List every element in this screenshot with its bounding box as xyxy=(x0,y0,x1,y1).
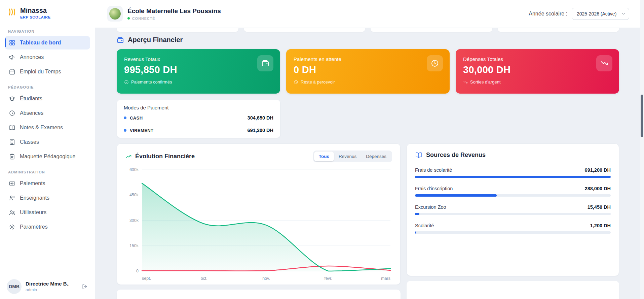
right-column: Sources de Revenus Frais de scolarité 69… xyxy=(407,143,619,299)
chart-header: Évolution Financière Tous Revenus Dépens… xyxy=(125,151,392,162)
top-header: École Maternelle Les Poussins CONNECTÉ A… xyxy=(95,0,644,28)
revenue-source-value: 15,450 DH xyxy=(588,204,611,210)
progress-fill xyxy=(415,194,497,197)
clock-icon xyxy=(9,110,15,117)
sidebar-item-annonces[interactable]: Annonces xyxy=(5,51,90,64)
dashboard-content: Aperçu Financier Revenus Totaux 995,850 … xyxy=(95,28,644,299)
tab-tous[interactable]: Tous xyxy=(314,152,334,161)
svg-text:300k: 300k xyxy=(129,218,139,223)
stat-label: Revenus Totaux xyxy=(124,56,273,62)
logout-icon[interactable] xyxy=(81,283,88,290)
calendar-icon xyxy=(9,68,15,75)
status-dot-icon xyxy=(127,17,130,20)
payment-mode-value: 691,200 DH xyxy=(248,128,273,133)
school-year-control: Année scolaire : 2025-2026 (Active) xyxy=(529,8,629,20)
svg-text:mars: mars xyxy=(381,276,390,281)
progress-track xyxy=(415,176,611,178)
main-area: École Maternelle Les Poussins CONNECTÉ A… xyxy=(95,0,644,299)
brand-name: Minassa xyxy=(20,7,51,14)
school-year-select-wrap: 2025-2026 (Active) xyxy=(572,8,629,20)
sidebar-item-parametres[interactable]: Paramètres xyxy=(5,220,90,234)
partial-card xyxy=(371,28,492,32)
nav-item-label: Paramètres xyxy=(20,224,48,230)
stat-note-text: Paiements confirmés xyxy=(131,79,172,85)
book-open-icon xyxy=(415,151,422,159)
sidebar-item-absences[interactable]: Absences xyxy=(5,106,90,120)
revenue-source-item: Scolarité 1,200 DH xyxy=(415,223,611,234)
connection-status: CONNECTÉ xyxy=(127,16,221,21)
columns-row: Évolution Financière Tous Revenus Dépens… xyxy=(117,143,619,299)
nav-item-label: Enseignants xyxy=(20,195,49,201)
trending-up-icon xyxy=(125,153,132,160)
sidebar-item-tableau-de-bord[interactable]: Tableau de bord xyxy=(5,36,90,49)
nav-section-administration: ADMINISTRATION xyxy=(8,170,87,174)
svg-text:nov.: nov. xyxy=(262,276,270,281)
payment-modes-title: Modes de Paiement xyxy=(124,105,273,110)
financial-evolution-chart: 600k450k300k150k0sept.oct.nov.févr.mars xyxy=(125,164,393,284)
stat-note: Sorties d'argent xyxy=(463,79,612,85)
brand: Minassa ERP SCOLAIRE xyxy=(0,0,95,23)
school-year-select[interactable]: 2025-2026 (Active) xyxy=(572,8,629,20)
revenue-sources-title: Sources de Revenus xyxy=(426,152,486,159)
sidebar-nav: NAVIGATION Tableau de bord Annonces Empl… xyxy=(0,23,95,274)
bullet-icon xyxy=(124,129,126,132)
status-text: CONNECTÉ xyxy=(132,16,155,21)
revenue-source-item: Excursion Zoo 15,450 DH xyxy=(415,204,611,215)
tab-revenus[interactable]: Revenus xyxy=(334,152,361,161)
sidebar-item-emploi-du-temps[interactable]: Emploi du Temps xyxy=(5,65,90,78)
sidebar-item-classes[interactable]: Classes xyxy=(5,135,90,149)
teacher-icon xyxy=(9,195,15,201)
stat-value: 0 DH xyxy=(294,64,442,75)
revenue-source-row: Frais d'inscription 288,000 DH xyxy=(415,186,611,191)
school-logo-box xyxy=(107,6,123,22)
sidebar-item-notes-examens[interactable]: Notes & Examens xyxy=(5,121,90,134)
payment-mode-row: CASH 304,650 DH xyxy=(124,112,273,124)
scrollbar-thumb[interactable] xyxy=(641,95,643,137)
trending-down-icon xyxy=(463,80,468,85)
revenue-source-row: Frais de scolarité 691,200 DH xyxy=(415,167,611,173)
sidebar-item-paiements[interactable]: Paiements xyxy=(5,177,90,190)
sidebar-item-maquette-pedagogique[interactable]: Maquette Pédagogique xyxy=(5,150,90,163)
sidebar-item-utilisateurs[interactable]: Utilisateurs xyxy=(5,206,90,219)
sidebar: Minassa ERP SCOLAIRE NAVIGATION Tableau … xyxy=(0,0,95,299)
financial-evolution-card: Évolution Financière Tous Revenus Dépens… xyxy=(117,143,401,285)
school-year-label: Année scolaire : xyxy=(529,11,567,17)
stat-cards-row: Revenus Totaux 995,850 DH Paiements conf… xyxy=(117,49,619,94)
payment-mode-value: 304,650 DH xyxy=(248,115,273,121)
svg-text:févr.: févr. xyxy=(324,276,332,281)
bullet-icon xyxy=(124,117,126,119)
revenue-source-item: Frais d'inscription 288,000 DH xyxy=(415,186,611,197)
sidebar-item-etudiants[interactable]: Étudiants xyxy=(5,92,90,105)
user-profile[interactable]: DMB Directrice Mme B... admin xyxy=(0,274,95,299)
nav-item-label: Utilisateurs xyxy=(20,209,46,215)
nav-item-label: Annonces xyxy=(20,54,44,60)
nav-section-navigation: NAVIGATION xyxy=(8,29,87,33)
progress-track xyxy=(415,194,611,197)
revenue-sources-header: Sources de Revenus xyxy=(415,151,611,159)
stat-card-paiements-en-attente: Paiements en attente 0 DH Reste à percev… xyxy=(286,49,450,94)
grid-icon xyxy=(9,39,15,46)
nav-item-label: Maquette Pédagogique xyxy=(20,154,75,160)
tab-depenses[interactable]: Dépenses xyxy=(361,152,391,161)
school-logo-icon xyxy=(109,8,121,20)
payment-modes-card: Modes de Paiement CASH 304,650 DH VIREME… xyxy=(117,100,280,138)
revenue-source-label: Frais de scolarité xyxy=(415,167,452,173)
megaphone-icon xyxy=(9,54,15,61)
sidebar-item-enseignants[interactable]: Enseignants xyxy=(5,191,90,205)
vertical-scrollbar[interactable] xyxy=(640,0,644,299)
avatar: DMB xyxy=(7,279,22,294)
nav-item-label: Absences xyxy=(20,110,43,116)
svg-text:150k: 150k xyxy=(129,243,139,248)
graduation-cap-icon xyxy=(9,95,15,102)
revenue-source-value: 691,200 DH xyxy=(585,167,611,173)
revenue-source-label: Frais d'inscription xyxy=(415,186,453,191)
chart-body: 600k450k300k150k0sept.oct.nov.févr.mars xyxy=(125,164,392,284)
clock-icon xyxy=(294,80,298,85)
section-title: Aperçu Financier xyxy=(128,36,183,44)
stat-value: 995,850 DH xyxy=(124,64,273,75)
wave-logo-icon xyxy=(7,7,17,17)
nav-item-label: Notes & Examens xyxy=(20,125,63,131)
revenue-source-row: Excursion Zoo 15,450 DH xyxy=(415,204,611,210)
nav-section-pedagogie: PÉDAGOGIE xyxy=(8,85,87,89)
nav-item-label: Étudiants xyxy=(20,96,42,102)
